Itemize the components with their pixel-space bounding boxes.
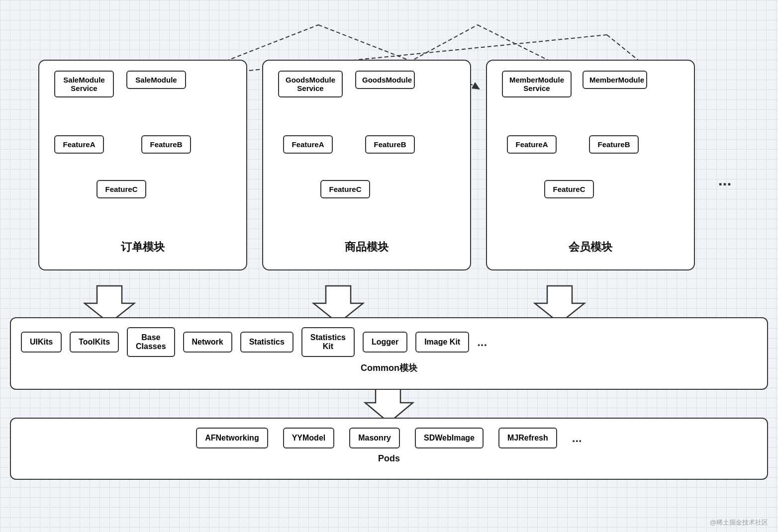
toolkits-box: ToolKits bbox=[70, 332, 119, 353]
sale-module-box: SaleModuleService SaleModule FeatureA Fe… bbox=[38, 60, 247, 270]
common-items: UIKits ToolKits BaseClasses Network Stat… bbox=[21, 327, 757, 357]
member-module-box: MemberModuleService MemberModule Feature… bbox=[486, 60, 695, 270]
sdwebimage-box: SDWebImage bbox=[415, 428, 484, 448]
goods-module-service-node: GoodsModuleService bbox=[278, 71, 343, 97]
pods-items: AFNetworking YYModel Masonry SDWebImage … bbox=[21, 428, 757, 448]
statistics-kit-box: StatisticsKit bbox=[301, 327, 355, 357]
goods-module-inner: GoodsModuleService GoodsModule FeatureA … bbox=[273, 71, 460, 230]
watermark: @稀土掘金技术社区 bbox=[710, 518, 768, 527]
sale-featureB-node: FeatureB bbox=[141, 135, 191, 154]
statistics-box: Statistics bbox=[240, 332, 293, 353]
sale-module-label: 订单模块 bbox=[49, 240, 236, 255]
sale-featureC-node: FeatureC bbox=[97, 180, 146, 198]
member-module-inner: MemberModuleService MemberModule Feature… bbox=[497, 71, 684, 230]
goods-module-node: GoodsModule bbox=[355, 71, 415, 89]
baseclasses-box: BaseClasses bbox=[127, 327, 175, 357]
mjrefresh-box: MJRefresh bbox=[498, 428, 557, 448]
logger-box: Logger bbox=[363, 332, 407, 353]
common-row: UIKits ToolKits BaseClasses Network Stat… bbox=[10, 317, 768, 390]
common-dots: ... bbox=[477, 335, 487, 349]
afnetworking-box: AFNetworking bbox=[196, 428, 268, 448]
member-featureB-node: FeatureB bbox=[589, 135, 639, 154]
common-label: Common模块 bbox=[21, 362, 757, 374]
member-module-node: MemberModule bbox=[583, 71, 647, 89]
sale-module-node: SaleModule bbox=[126, 71, 186, 89]
sale-module-inner: SaleModuleService SaleModule FeatureA Fe… bbox=[49, 71, 236, 230]
pods-label: Pods bbox=[21, 453, 757, 464]
network-box: Network bbox=[183, 332, 232, 353]
member-module-label: 会员模块 bbox=[497, 240, 684, 255]
pods-dots: ... bbox=[572, 431, 582, 445]
member-featureA-node: FeatureA bbox=[507, 135, 557, 154]
member-module-service-node: MemberModuleService bbox=[502, 71, 572, 97]
pods-row: AFNetworking YYModel Masonry SDWebImage … bbox=[10, 418, 768, 480]
diagram-container: SaleModuleService SaleModule FeatureA Fe… bbox=[0, 0, 778, 532]
member-featureC-node: FeatureC bbox=[544, 180, 594, 198]
sale-featureA-node: FeatureA bbox=[54, 135, 104, 154]
sale-module-service-node: SaleModuleService bbox=[54, 71, 114, 97]
goods-module-box: GoodsModuleService GoodsModule FeatureA … bbox=[262, 60, 471, 270]
goods-featureA-node: FeatureA bbox=[283, 135, 333, 154]
masonry-box: Masonry bbox=[349, 428, 400, 448]
uikits-box: UIKits bbox=[21, 332, 62, 353]
goods-featureB-node: FeatureB bbox=[365, 135, 415, 154]
module-row: SaleModuleService SaleModule FeatureA Fe… bbox=[10, 60, 768, 270]
goods-module-label: 商品模块 bbox=[273, 240, 460, 255]
module-dots: ... bbox=[710, 60, 740, 270]
goods-featureC-node: FeatureC bbox=[320, 180, 370, 198]
yymodel-box: YYModel bbox=[283, 428, 335, 448]
imagekit-box: Image Kit bbox=[415, 332, 469, 353]
